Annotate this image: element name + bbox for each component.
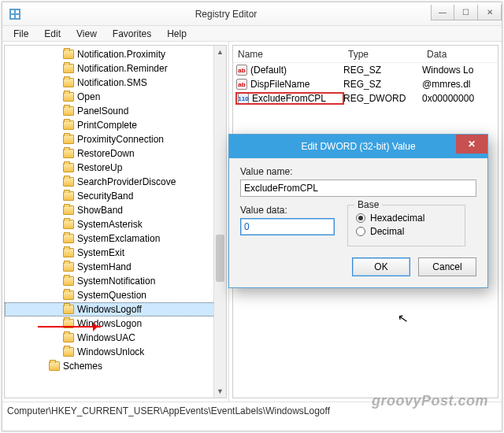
tree-pane: Notification.ProximityNotification.Remin… xyxy=(2,42,229,402)
tree-item-showband[interactable]: ShowBand xyxy=(5,203,226,217)
value-data-input[interactable] xyxy=(240,218,335,235)
tree-item-schemes[interactable]: Schemes xyxy=(5,359,226,373)
tree-item-restoredown[interactable]: RestoreDown xyxy=(5,146,226,161)
menu-view[interactable]: View xyxy=(69,27,105,41)
tree-item-label: SystemExclamation xyxy=(77,233,160,244)
svg-rect-2 xyxy=(16,10,19,13)
tree-item-notification-proximity[interactable]: Notification.Proximity xyxy=(5,47,226,61)
radio-dec-input[interactable] xyxy=(356,227,365,236)
tree-item-label: SystemAsterisk xyxy=(77,219,143,230)
tree-item-label: RestoreUp xyxy=(77,162,122,173)
tree-item-searchproviderdiscove[interactable]: SearchProviderDiscove xyxy=(5,175,226,189)
tree-item-notification-reminder[interactable]: Notification.Reminder xyxy=(5,61,226,76)
value-name: DispFileName xyxy=(250,79,309,90)
tree-item-windowsuac[interactable]: WindowsUAC xyxy=(5,331,226,345)
folder-icon xyxy=(63,347,74,357)
value-name-input[interactable] xyxy=(240,179,476,197)
tree-item-label: PrintComplete xyxy=(77,120,137,131)
tree-item-systemnotification[interactable]: SystemNotification xyxy=(5,274,226,288)
tree-item-systemexit[interactable]: SystemExit xyxy=(5,246,226,260)
tree-item-open[interactable]: Open xyxy=(5,90,226,104)
tree-scrollbar[interactable]: ▲ ▼ xyxy=(213,46,226,398)
value-row[interactable]: abDispFileNameREG_SZ@mmres.dl xyxy=(233,77,498,91)
value-name: (Default) xyxy=(250,65,287,76)
folder-icon xyxy=(63,120,74,130)
tree-item-label: WindowsLogoff xyxy=(77,304,142,315)
menubar: File Edit View Favorites Help xyxy=(2,26,502,42)
menu-file[interactable]: File xyxy=(6,27,36,41)
radio-hex-label: Hexadecimal xyxy=(370,213,424,224)
radio-hex-input[interactable] xyxy=(356,213,365,223)
radio-hex[interactable]: Hexadecimal xyxy=(356,213,457,224)
tree-item-printcomplete[interactable]: PrintComplete xyxy=(5,118,226,132)
tree-item-windowslogoff[interactable]: WindowsLogoff xyxy=(5,302,226,316)
folder-icon xyxy=(49,361,60,371)
tree-item-label: Open xyxy=(77,91,100,102)
edit-dword-dialog: Edit DWORD (32-bit) Value ✕ Value name: … xyxy=(228,134,488,288)
col-type[interactable]: Type xyxy=(343,49,422,60)
base-groupbox: Base Hexadecimal Decimal xyxy=(347,205,465,246)
tree-item-restoreup[interactable]: RestoreUp xyxy=(5,161,226,175)
annotation-arrow xyxy=(38,326,101,328)
tree-item-proximityconnection[interactable]: ProximityConnection xyxy=(5,132,226,146)
value-row[interactable]: 110ExcludeFromCPLREG_DWORD0x00000000 xyxy=(233,91,498,105)
folder-icon xyxy=(63,305,74,314)
tree-item-windowslogon[interactable]: WindowsLogon xyxy=(5,316,226,331)
svg-rect-1 xyxy=(11,10,14,13)
tree-item-label: RestoreDown xyxy=(77,148,135,159)
folder-icon xyxy=(63,291,74,300)
menu-edit[interactable]: Edit xyxy=(36,27,69,41)
value-name-label: Value name: xyxy=(240,166,476,177)
cancel-button[interactable]: Cancel xyxy=(418,257,476,276)
dialog-close-button[interactable]: ✕ xyxy=(456,135,487,154)
watermark: groovyPost.com xyxy=(372,393,488,409)
regedit-icon xyxy=(9,8,21,20)
folder-icon xyxy=(63,149,74,158)
col-name[interactable]: Name xyxy=(233,49,343,60)
tree-item-label: SearchProviderDiscove xyxy=(77,176,176,187)
folder-icon xyxy=(63,333,74,342)
folder-icon xyxy=(63,248,74,257)
menu-favorites[interactable]: Favorites xyxy=(105,27,159,41)
tree-item-systemhand[interactable]: SystemHand xyxy=(5,260,226,274)
minimize-button[interactable]: — xyxy=(431,5,454,20)
tree-item-label: SystemExit xyxy=(77,247,124,258)
folder-icon xyxy=(63,220,74,229)
value-data: 0x00000000 xyxy=(422,93,498,104)
string-value-icon: ab xyxy=(236,65,247,76)
string-value-icon: ab xyxy=(236,79,247,90)
value-row[interactable]: ab(Default)REG_SZWindows Lo xyxy=(233,63,498,77)
value-type: REG_DWORD xyxy=(343,93,422,104)
tree-item-notification-sms[interactable]: Notification.SMS xyxy=(5,76,226,90)
radio-dec[interactable]: Decimal xyxy=(356,226,457,237)
value-name: ExcludeFromCPL xyxy=(252,93,326,104)
col-data[interactable]: Data xyxy=(422,49,498,60)
close-button[interactable]: ✕ xyxy=(478,5,502,20)
folder-icon xyxy=(63,276,74,286)
folder-icon xyxy=(63,50,74,59)
ok-button[interactable]: OK xyxy=(352,257,410,276)
tree-item-windowsunlock[interactable]: WindowsUnlock xyxy=(5,345,226,359)
tree-item-systemquestion[interactable]: SystemQuestion xyxy=(5,288,226,302)
tree-item-label: ProximityConnection xyxy=(77,134,164,145)
folder-icon xyxy=(63,64,74,73)
tree-item-panelsound[interactable]: PanelSound xyxy=(5,104,226,118)
tree-item-systemexclamation[interactable]: SystemExclamation xyxy=(5,231,226,246)
value-data: Windows Lo xyxy=(422,65,498,76)
scroll-up-icon[interactable]: ▲ xyxy=(214,46,226,58)
dialog-title-text: Edit DWORD (32-bit) Value xyxy=(301,141,415,152)
maximize-button[interactable]: ☐ xyxy=(454,5,478,20)
scroll-down-icon[interactable]: ▼ xyxy=(214,385,226,398)
tree-item-label: Schemes xyxy=(63,361,102,372)
folder-icon xyxy=(63,78,74,87)
scroll-thumb[interactable] xyxy=(216,235,224,282)
tree-item-securityband[interactable]: SecurityBand xyxy=(5,189,226,203)
menu-help[interactable]: Help xyxy=(159,27,195,41)
tree-item-systemasterisk[interactable]: SystemAsterisk xyxy=(5,217,226,231)
dialog-title: Edit DWORD (32-bit) Value ✕ xyxy=(229,135,487,158)
folder-icon xyxy=(63,205,74,215)
folder-icon xyxy=(63,92,74,102)
window-title: Registry Editor xyxy=(21,9,431,20)
detail-header: Name Type Data xyxy=(233,46,498,63)
tree-item-label: SystemNotification xyxy=(77,276,155,287)
